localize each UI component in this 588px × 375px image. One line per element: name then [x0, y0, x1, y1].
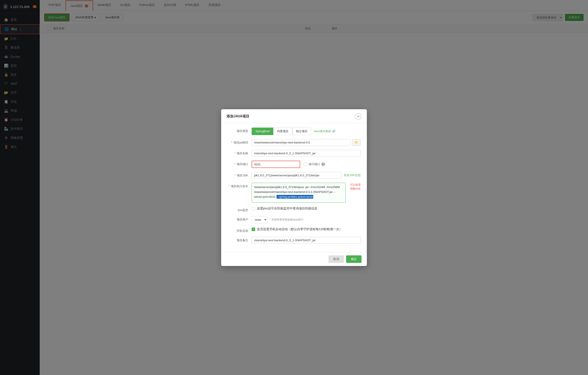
- cmd-control: /www/server/java/jdk1.8.0_371/bin/java -…: [252, 183, 361, 203]
- project-name-control: [252, 150, 361, 157]
- jmx-label: jmx监控: [227, 207, 252, 212]
- autostart-hint: 是否设置开机自动启动（默认自带守护进程每120秒检测一次）: [257, 227, 342, 231]
- firewall-label: 放行端口 ?: [304, 162, 325, 166]
- dialog-close-btn[interactable]: ×: [355, 113, 362, 120]
- jdk-input[interactable]: [252, 172, 341, 179]
- jmx-row: jmx监控 设置jmx后可在性能监控中查询项目性能信息: [227, 207, 361, 212]
- jmx-control: 设置jmx后可在性能监控中查询项目性能信息: [252, 207, 361, 210]
- note-label: 项目备注: [227, 237, 252, 242]
- jar-path-input[interactable]: [252, 139, 350, 146]
- jar-path-label: * 项目jar路径: [227, 139, 252, 145]
- project-name-row: * 项目名称: [227, 150, 361, 157]
- project-name-label: * 项目名称: [227, 150, 252, 155]
- autostart-checkbox[interactable]: ✓: [252, 228, 255, 231]
- type-btn-group: SpringBoot 内置项目 独立项目: [252, 128, 311, 135]
- dialog-body: 项目类型 SpringBoot 内置项目 独立项目 Java项目教程 🔗: [221, 123, 367, 252]
- dialog-title: 添加JAVA项目: [226, 114, 249, 119]
- project-name-input[interactable]: [252, 150, 361, 157]
- type-standalone-btn[interactable]: 独立项目: [292, 128, 311, 135]
- cmd-row: * 项目执行命令 /www/server/java/jdk1.8.0_371/b…: [227, 183, 361, 203]
- jmx-checkbox[interactable]: [252, 207, 255, 210]
- note-row: 项目备注: [227, 237, 361, 244]
- cmd-label: * 项目执行命令: [227, 183, 252, 188]
- jmx-hint: 设置jmx后可在性能监控中查询项目性能信息: [257, 207, 317, 210]
- port-row: * 项目端口 放行端口 ?: [227, 161, 361, 168]
- dialog-header: 添加JAVA项目 ×: [221, 109, 367, 123]
- modal-overlay: 添加JAVA项目 × 项目类型 SpringBoot 内置项目 独立项目 Jav…: [0, 0, 588, 375]
- project-type-control: SpringBoot 内置项目 独立项目 Java项目教程 🔗: [252, 128, 361, 135]
- cmd-textarea[interactable]: /www/server/java/jdk1.8.0_371/bin/java -…: [252, 183, 346, 203]
- user-row: 项目用户 www * 无特殊需求请选择www用户: [227, 216, 361, 223]
- project-type-row: 项目类型 SpringBoot 内置项目 独立项目 Java项目教程 🔗: [227, 128, 361, 135]
- autostart-label: 开机启动: [227, 227, 252, 233]
- folder-icon: 📁: [355, 141, 358, 144]
- autostart-row: 开机启动 ✓ 是否设置开机自动启动（默认自带守护进程每120秒检测一次）: [227, 227, 361, 233]
- port-input[interactable]: [252, 161, 300, 168]
- user-label: 项目用户: [227, 216, 252, 222]
- firewall-checkbox[interactable]: [304, 162, 307, 166]
- folder-browse-btn[interactable]: 📁: [352, 139, 361, 146]
- user-control: www * 无特殊需求请选择www用户: [252, 216, 361, 223]
- link-icon: 🔗: [332, 130, 336, 133]
- confirm-btn[interactable]: 确定: [346, 255, 362, 263]
- add-jdk-link[interactable]: 添加JDK信息: [344, 173, 361, 177]
- cancel-btn[interactable]: 取消: [328, 255, 344, 263]
- user-hint: * 无特殊需求请选择www用户: [270, 218, 304, 222]
- note-control: [252, 237, 361, 244]
- jar-path-row: * 项目jar路径 📁: [227, 139, 361, 146]
- port-label: * 项目端口: [227, 161, 252, 166]
- highlighted-cmd: --spring.profiles.active=prod: [277, 195, 314, 199]
- port-control: 放行端口 ?: [252, 161, 361, 168]
- note-input[interactable]: [252, 237, 361, 244]
- jdk-label: * 项目JDK: [227, 172, 252, 177]
- user-select[interactable]: www: [252, 216, 267, 223]
- jdk-row: * 项目JDK 添加JDK信息: [227, 172, 361, 179]
- tutorial-link[interactable]: Java项目教程 🔗: [314, 129, 335, 133]
- cmd-hint: 可以按需 调整内存: [350, 183, 361, 191]
- type-builtin-btn[interactable]: 内置项目: [273, 128, 292, 135]
- autostart-control: ✓ 是否设置开机自动启动（默认自带守护进程每120秒检测一次）: [252, 227, 361, 231]
- jdk-control: 添加JDK信息: [252, 172, 361, 179]
- type-springboot-btn[interactable]: SpringBoot: [252, 128, 273, 135]
- jar-path-control: 📁: [252, 139, 361, 146]
- dialog-footer: 取消 确定: [221, 252, 367, 266]
- add-java-dialog: 添加JAVA项目 × 项目类型 SpringBoot 内置项目 独立项目 Jav…: [221, 109, 367, 266]
- question-icon: ?: [321, 162, 325, 166]
- project-type-label: 项目类型: [227, 128, 252, 133]
